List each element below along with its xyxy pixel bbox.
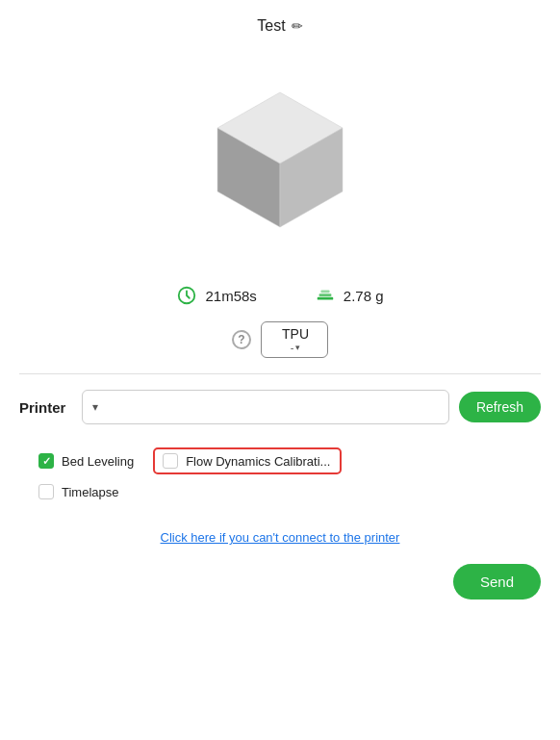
printer-select-arrow: ▾ xyxy=(92,400,98,414)
time-value: 21m58s xyxy=(205,288,256,304)
material-badge[interactable]: TPU - ▾ xyxy=(261,321,328,358)
checkboxes-area: Bed Leveling Flow Dynamics Calibrati... … xyxy=(0,440,560,515)
material-sub: - ▾ xyxy=(291,342,301,353)
weight-stat: 2.78 g xyxy=(315,285,384,306)
refresh-button[interactable]: Refresh xyxy=(459,392,541,422)
flow-dynamics-checkbox[interactable] xyxy=(163,453,178,469)
clock-icon xyxy=(176,285,197,306)
timelapse-row: Timelapse xyxy=(38,484,541,499)
page-title-area: Test ✏ xyxy=(0,0,560,35)
flow-dynamics-label: Flow Dynamics Calibrati... xyxy=(186,454,330,469)
connect-link[interactable]: Click here if you can't connect to the p… xyxy=(161,530,400,545)
edit-icon[interactable]: ✏ xyxy=(292,18,303,34)
material-name: TPU xyxy=(282,326,309,342)
weight-icon xyxy=(315,285,336,306)
send-area: Send xyxy=(0,564,560,619)
material-dropdown-arrow: ▾ xyxy=(295,343,300,352)
svg-rect-5 xyxy=(318,293,331,296)
flow-dynamics-row[interactable]: Flow Dynamics Calibrati... xyxy=(153,447,342,474)
timelapse-label: Timelapse xyxy=(62,485,118,499)
bed-leveling-label: Bed Leveling xyxy=(62,454,134,469)
send-button[interactable]: Send xyxy=(453,564,541,600)
model-preview xyxy=(0,35,560,275)
material-row: ? TPU - ▾ xyxy=(0,321,560,373)
printer-row: Printer ▾ Refresh xyxy=(0,374,560,440)
bed-leveling-row: Bed Leveling xyxy=(38,453,134,469)
page-title: Test xyxy=(257,17,285,35)
help-icon[interactable]: ? xyxy=(232,330,251,349)
svg-rect-6 xyxy=(320,291,329,293)
bed-leveling-checkbox[interactable] xyxy=(38,453,54,469)
printer-select[interactable]: ▾ xyxy=(82,390,449,424)
stats-row: 21m58s 2.78 g xyxy=(0,275,560,321)
printer-label: Printer xyxy=(19,399,72,416)
connect-link-area: Click here if you can't connect to the p… xyxy=(0,515,560,564)
cube-svg xyxy=(184,64,376,256)
svg-rect-4 xyxy=(318,297,334,300)
weight-value: 2.78 g xyxy=(344,288,384,304)
timelapse-checkbox[interactable] xyxy=(38,484,54,499)
time-stat: 21m58s xyxy=(176,285,256,306)
